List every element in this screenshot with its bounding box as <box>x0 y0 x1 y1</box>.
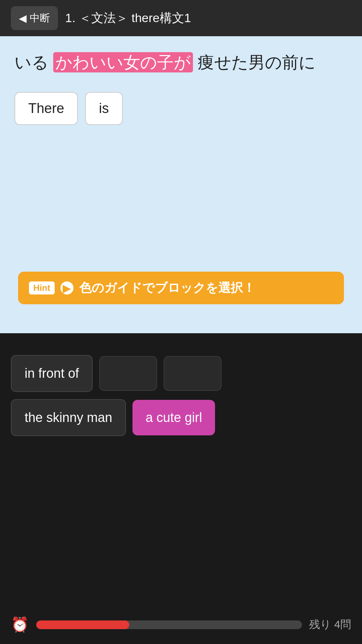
answer-block-empty-2[interactable] <box>164 356 222 391</box>
japanese-sentence: いる かわいい女の子が 痩せた男の前に <box>14 51 316 74</box>
answer-row-2: the skinny man a cute girl <box>11 399 351 436</box>
answer-block-cute-girl[interactable]: a cute girl <box>132 400 215 435</box>
progress-bar <box>36 620 302 629</box>
remaining-label: 残り 4問 <box>309 617 351 632</box>
japanese-suffix: 痩せた男の前に <box>193 53 316 72</box>
back-arrow-icon: ◀ <box>19 12 27 24</box>
app-header: ◀ 中断 1. ＜文法＞ there構文1 <box>0 0 362 36</box>
japanese-highlighted: かわいい女の子が <box>53 52 193 72</box>
back-button-label: 中断 <box>30 11 50 25</box>
page-title: 1. ＜文法＞ there構文1 <box>65 10 191 26</box>
timer-icon: ⏰ <box>11 616 29 633</box>
hint-arrow-icon: ▶ <box>60 281 73 294</box>
hint-tag-label: Hint <box>29 281 55 294</box>
hint-message: 色のガイドでブロックを選択！ <box>79 280 255 296</box>
word-slots: There is <box>14 92 123 125</box>
answer-block-skinny-man[interactable]: the skinny man <box>11 399 126 436</box>
back-button[interactable]: ◀ 中断 <box>11 6 58 30</box>
hint-banner: Hint ▶ 色のガイドでブロックを選択！ <box>18 272 344 304</box>
answer-block-in-front-of[interactable]: in front of <box>11 355 93 392</box>
answer-row-1: in front of <box>11 355 351 392</box>
word-block-there[interactable]: There <box>14 92 78 125</box>
footer: ⏰ 残り 4問 <box>11 616 351 633</box>
answer-block-empty-1[interactable] <box>99 356 157 391</box>
japanese-prefix: いる <box>14 53 53 72</box>
word-block-is[interactable]: is <box>85 92 122 125</box>
answer-area: in front of the skinny man a cute girl ⏰… <box>0 333 362 644</box>
bubble-area: いる かわいい女の子が 痩せた男の前に There is Hint ▶ 色のガイ… <box>0 36 362 333</box>
progress-bar-fill <box>36 620 129 629</box>
